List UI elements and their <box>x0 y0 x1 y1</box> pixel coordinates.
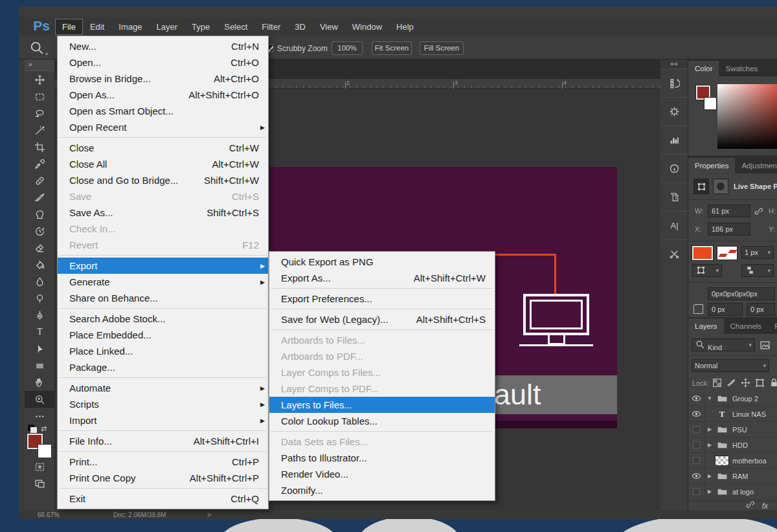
crop-tool[interactable] <box>25 139 55 155</box>
mask-mode-icon[interactable] <box>713 179 728 194</box>
export-menu-item-color-lookup-tables[interactable]: Color Lookup Tables... <box>269 413 495 429</box>
file-menu-item-place-linked[interactable]: Place Linked... <box>58 343 268 359</box>
background-color-swatch[interactable] <box>38 444 52 458</box>
link-dimensions-icon[interactable] <box>753 206 764 219</box>
file-menu-item-close-all[interactable]: Close AllAlt+Ctrl+W <box>58 156 268 172</box>
layer-row[interactable]: ▼Group 2 <box>688 391 777 406</box>
file-menu-item-open-recent[interactable]: Open Recent▶ <box>58 119 268 135</box>
stroke-type-dropdown[interactable]: ▾ <box>692 264 722 277</box>
layer-name[interactable]: PSU <box>732 426 747 434</box>
padding-field[interactable]: 0px0px0px0px <box>708 287 775 300</box>
gradient-tool[interactable] <box>25 256 55 273</box>
menu-filter[interactable]: Filter <box>255 19 287 34</box>
file-menu-item-search-adobe-stock[interactable]: Search Adobe Stock... <box>58 311 268 327</box>
menu-type[interactable]: Type <box>185 19 216 34</box>
move-tool[interactable] <box>25 71 55 88</box>
color-tab-swatches[interactable]: Swatches <box>719 61 764 76</box>
100--button[interactable]: 100% <box>332 41 363 55</box>
layer-row[interactable]: TLinux NAS <box>688 406 777 422</box>
toolbar-collapse-button[interactable]: » <box>25 60 54 71</box>
layer-expander[interactable]: ▶ <box>705 427 714 432</box>
layer-row[interactable]: ▶at logo <box>688 484 777 500</box>
menu-image[interactable]: Image <box>112 19 148 34</box>
rectangle-tool[interactable] <box>25 357 55 374</box>
layer-expander[interactable]: ▶ <box>705 489 714 494</box>
menu-help[interactable]: Help <box>390 19 420 34</box>
file-menu-item-export[interactable]: Export▶ <box>58 258 268 274</box>
file-menu-item-open[interactable]: Open...Ctrl+O <box>58 54 268 71</box>
menu-layer[interactable]: Layer <box>150 19 185 34</box>
quick-selection-tool[interactable] <box>25 122 55 139</box>
layer-visibility-empty[interactable] <box>688 484 705 500</box>
menu-window[interactable]: Window <box>346 19 388 34</box>
layer-name[interactable]: Linux NAS <box>732 410 766 418</box>
export-menu-item-paths-to-illustrator[interactable]: Paths to Illustrator... <box>269 450 495 466</box>
live-shape-icon[interactable] <box>693 179 709 194</box>
stroke-align-dropdown[interactable]: ▾ <box>741 264 774 277</box>
fit-screen-button[interactable]: Fit Screen <box>372 41 412 55</box>
menu-view[interactable]: View <box>313 19 344 34</box>
export-menu-item-export-preferences[interactable]: Export Preferences... <box>269 291 495 307</box>
file-menu-item-package[interactable]: Package... <box>58 359 268 375</box>
lock-transparency-icon[interactable] <box>712 377 723 391</box>
file-menu-item-share-on-behance[interactable]: Share on Behance... <box>58 290 268 306</box>
file-menu-item-new[interactable]: New...Ctrl+N <box>58 38 268 54</box>
export-menu-item-render-video[interactable]: Render Video... <box>269 466 495 482</box>
properties-tab-adjustments[interactable]: Adjustments <box>735 158 777 173</box>
file-menu-item-open-as-smart-object[interactable]: Open as Smart Object... <box>58 103 268 119</box>
layer-row[interactable]: motherboa <box>688 453 777 469</box>
clone-stamp-tool[interactable] <box>25 206 55 223</box>
hand-tool[interactable] <box>25 374 55 391</box>
file-menu-item-save-as[interactable]: Save As...Shift+Ctrl+S <box>58 205 268 221</box>
default-colors-icon[interactable] <box>28 425 34 431</box>
width-field[interactable]: 61 px <box>708 205 750 217</box>
menu-3d[interactable]: 3D <box>288 19 312 34</box>
file-menu-item-print[interactable]: Print...Ctrl+P <box>58 454 268 470</box>
pen-tool[interactable] <box>25 307 55 324</box>
layer-visibility-empty[interactable] <box>688 438 705 453</box>
info-panel-icon[interactable] <box>660 154 688 183</box>
file-menu-item-automate[interactable]: Automate▶ <box>58 380 268 396</box>
eraser-tool[interactable] <box>25 239 55 256</box>
layer-name[interactable]: HDD <box>732 441 748 449</box>
corner-radius-field-1[interactable]: 0 px <box>708 303 743 316</box>
path-selection-tool[interactable] <box>25 340 55 357</box>
swap-colors-icon[interactable]: ⇄ <box>41 425 47 433</box>
stroke-width-dropdown[interactable]: ▾1 px <box>741 246 774 259</box>
file-menu-item-import[interactable]: Import▶ <box>58 412 268 428</box>
quick-mask-button[interactable] <box>25 458 55 475</box>
clone-source-panel-icon[interactable] <box>660 183 688 211</box>
properties-tab-properties[interactable]: Properties <box>688 158 735 173</box>
export-menu-item-save-for-web-legacy[interactable]: Save for Web (Legacy)...Alt+Shift+Ctrl+S <box>269 311 495 327</box>
layer-visibility-empty[interactable] <box>688 453 705 469</box>
corner-radius-field-2[interactable]: 0 px <box>747 303 775 316</box>
lock-pixels-icon[interactable] <box>726 377 737 391</box>
zoom-level-status[interactable]: 66.67% <box>38 511 60 518</box>
layer-visibility-empty[interactable] <box>688 422 705 438</box>
zoom-tool-preset-icon[interactable]: ▾ <box>28 40 48 57</box>
more-tools[interactable] <box>25 408 55 425</box>
layers-tab-path[interactable]: Path <box>768 318 777 334</box>
history-brush-tool[interactable] <box>25 223 55 239</box>
menu-file[interactable]: File <box>56 19 82 34</box>
layer-name[interactable]: at logo <box>732 488 754 496</box>
blend-mode-dropdown[interactable]: ▾Normal <box>692 359 769 372</box>
history-panel-icon[interactable] <box>660 69 688 97</box>
layer-visibility-eye-icon[interactable] <box>688 406 705 422</box>
eyedropper-tool[interactable] <box>25 155 55 172</box>
layer-visibility-eye-icon[interactable] <box>688 469 705 484</box>
layer-style-button[interactable]: fx <box>762 502 768 511</box>
layer-row[interactable]: ▶RAM <box>688 469 777 484</box>
collapse-panels-button[interactable]: «« <box>660 60 688 69</box>
file-menu-item-print-one-copy[interactable]: Print One CopyAlt+Shift+Ctrl+P <box>58 470 268 486</box>
layer-row[interactable]: ▶PSU <box>688 422 777 438</box>
layer-row[interactable]: ▶HDD <box>688 438 777 453</box>
filter-image-icon[interactable] <box>760 340 771 353</box>
blur-tool[interactable] <box>25 273 55 290</box>
type-tool[interactable]: T <box>25 324 55 340</box>
x-field[interactable]: 186 px <box>708 223 750 236</box>
lasso-tool[interactable] <box>25 105 55 122</box>
character-panel-icon[interactable]: A| <box>660 211 688 239</box>
export-menu-item-quick-export-as-png[interactable]: Quick Export as PNG <box>269 254 495 270</box>
screen-mode-button[interactable] <box>25 475 55 492</box>
